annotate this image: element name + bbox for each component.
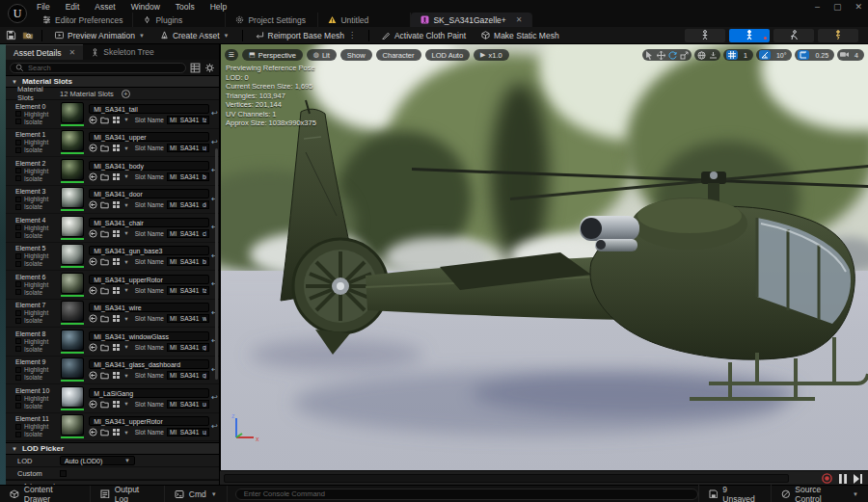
isolate-checkbox[interactable]: Isolate	[15, 346, 61, 353]
search-input[interactable]: Search	[10, 63, 186, 73]
reimport-base-mesh-button[interactable]: Reimport Base Mesh ⋮	[251, 29, 361, 42]
use-selected-asset-icon[interactable]	[89, 371, 97, 380]
angle-snap-icon[interactable]	[759, 50, 771, 60]
material-select[interactable]: M_LaSiGang	[89, 388, 209, 398]
use-selected-asset-icon[interactable]	[89, 116, 97, 124]
material-select[interactable]: MI_SA341_upperRotor	[89, 275, 209, 284]
close-icon[interactable]: ✕	[516, 15, 523, 24]
translate-tool-icon[interactable]	[657, 51, 665, 60]
tab-asset-details[interactable]: Asset Details ✕	[6, 44, 83, 60]
material-select[interactable]: MI_SA341_upperRotor	[89, 416, 209, 426]
highlight-checkbox[interactable]: Highlight	[15, 338, 61, 345]
timeline-scrubber[interactable]	[224, 474, 789, 483]
asset-tab-plugins[interactable]: Plugins	[133, 13, 226, 27]
slot-name-input[interactable]	[167, 314, 209, 323]
slot-name-input[interactable]	[167, 116, 209, 124]
viewport-menu-icon[interactable]: ☰	[225, 49, 238, 61]
asset-picker-icon[interactable]	[112, 116, 121, 124]
menu-edit[interactable]: Edit	[66, 2, 80, 12]
world-coordinate-icon[interactable]	[697, 51, 706, 60]
use-selected-asset-icon[interactable]	[89, 400, 97, 409]
material-thumbnail[interactable]	[61, 330, 84, 354]
slot-name-input[interactable]	[167, 172, 209, 181]
material-thumbnail[interactable]	[61, 159, 84, 183]
browse-asset-icon[interactable]	[100, 172, 109, 181]
maximize-button[interactable]: ▢	[833, 2, 842, 12]
reset-to-default-icon[interactable]: ↩	[211, 138, 218, 146]
save-icon[interactable]	[6, 30, 16, 40]
use-selected-asset-icon[interactable]	[89, 314, 97, 323]
material-select[interactable]: MI_SA341_windowGlass	[89, 331, 209, 341]
browse-to-asset-icon[interactable]	[22, 30, 34, 40]
slot-name-input[interactable]	[167, 428, 209, 436]
make-static-mesh-button[interactable]: Make Static Mesh	[476, 29, 564, 42]
chevron-down-icon[interactable]: ▼	[123, 259, 128, 265]
chevron-down-icon[interactable]: ▼	[123, 230, 128, 236]
grid-snap-icon[interactable]	[726, 50, 738, 60]
settings-gear-icon[interactable]	[204, 63, 215, 73]
lit-button[interactable]: ◍ Lit	[307, 49, 337, 61]
browse-asset-icon[interactable]	[100, 314, 109, 323]
camera-speed-control[interactable]: 4	[837, 49, 864, 61]
scale-snap-icon[interactable]	[798, 50, 809, 60]
panel-scrollbar[interactable]	[215, 148, 218, 380]
highlight-checkbox[interactable]: Highlight	[15, 139, 61, 145]
browse-asset-icon[interactable]	[100, 257, 109, 266]
browse-asset-icon[interactable]	[100, 343, 109, 352]
close-button[interactable]: ✕	[854, 2, 862, 12]
slot-name-input[interactable]	[167, 200, 209, 209]
source-control-button[interactable]: Source Control▼	[771, 485, 868, 502]
material-select[interactable]: MI_SA341_glass_dashboard	[89, 359, 209, 369]
minimize-button[interactable]: –	[815, 2, 820, 12]
material-thumbnail[interactable]	[61, 357, 84, 382]
highlight-checkbox[interactable]: Highlight	[15, 395, 61, 402]
highlight-checkbox[interactable]: Highlight	[15, 111, 61, 118]
output-log-button[interactable]: Output Log	[91, 486, 165, 502]
grid-snap-control[interactable]: 1	[723, 49, 753, 61]
material-thumbnail[interactable]	[61, 102, 84, 126]
material-select[interactable]: MI_SA341_body	[89, 161, 209, 171]
content-drawer-button[interactable]: Content Drawer	[0, 486, 91, 502]
helicopter-model[interactable]	[221, 44, 868, 470]
isolate-checkbox[interactable]: Isolate	[15, 260, 61, 267]
browse-asset-icon[interactable]	[100, 144, 109, 152]
material-select[interactable]: MI_SA341_chair	[89, 218, 209, 227]
use-selected-asset-icon[interactable]	[89, 172, 97, 181]
asset-picker-icon[interactable]	[112, 172, 121, 181]
asset-picker-icon[interactable]	[112, 371, 121, 380]
asset-tab-editor-preferences[interactable]: Editor Preferences	[33, 13, 133, 27]
chevron-down-icon[interactable]: ▼	[123, 344, 128, 350]
highlight-checkbox[interactable]: Highlight	[15, 309, 61, 316]
playback-speed-button[interactable]: ▶ x1.0	[474, 49, 509, 61]
scale-tool-icon[interactable]	[680, 51, 689, 60]
chevron-down-icon[interactable]: ▼	[123, 117, 128, 122]
reimport-overflow-icon[interactable]: ⋮	[348, 31, 356, 40]
unsaved-button[interactable]: 9 Unsaved	[698, 485, 771, 502]
preview-animation-button[interactable]: Preview Animation▼	[50, 29, 149, 42]
slot-name-input[interactable]	[167, 144, 209, 152]
material-thumbnail[interactable]	[61, 244, 84, 268]
asset-picker-icon[interactable]	[112, 428, 121, 436]
menu-asset[interactable]: Asset	[95, 2, 115, 12]
browse-asset-icon[interactable]	[100, 286, 109, 295]
highlight-checkbox[interactable]: Highlight	[15, 281, 61, 288]
asset-tab-sk-sa341gazelle-[interactable]: SK_SA341Gazelle+✕	[411, 13, 532, 27]
asset-tab-project-settings[interactable]: Project Settings	[226, 13, 318, 27]
isolate-checkbox[interactable]: Isolate	[15, 232, 61, 239]
menu-window[interactable]: Window	[131, 2, 160, 12]
mode-skeleton-button[interactable]	[685, 29, 725, 42]
chevron-down-icon[interactable]: ▼	[123, 430, 128, 436]
material-thumbnail[interactable]	[61, 187, 84, 211]
material-thumbnail[interactable]	[61, 386, 84, 410]
use-selected-asset-icon[interactable]	[89, 343, 97, 352]
chevron-down-icon[interactable]: ▼	[123, 373, 128, 379]
unreal-logo-icon[interactable]: U	[8, 4, 27, 23]
highlight-checkbox[interactable]: Highlight	[15, 366, 61, 373]
character-button[interactable]: Character	[376, 49, 421, 61]
step-forward-button[interactable]	[854, 474, 862, 484]
lod-dropdown[interactable]: Auto (LOD0)▼	[60, 456, 135, 465]
isolate-checkbox[interactable]: Isolate	[15, 403, 61, 410]
asset-picker-icon[interactable]	[112, 314, 121, 323]
material-thumbnail[interactable]	[61, 414, 84, 438]
chevron-down-icon[interactable]: ▼	[123, 287, 128, 293]
